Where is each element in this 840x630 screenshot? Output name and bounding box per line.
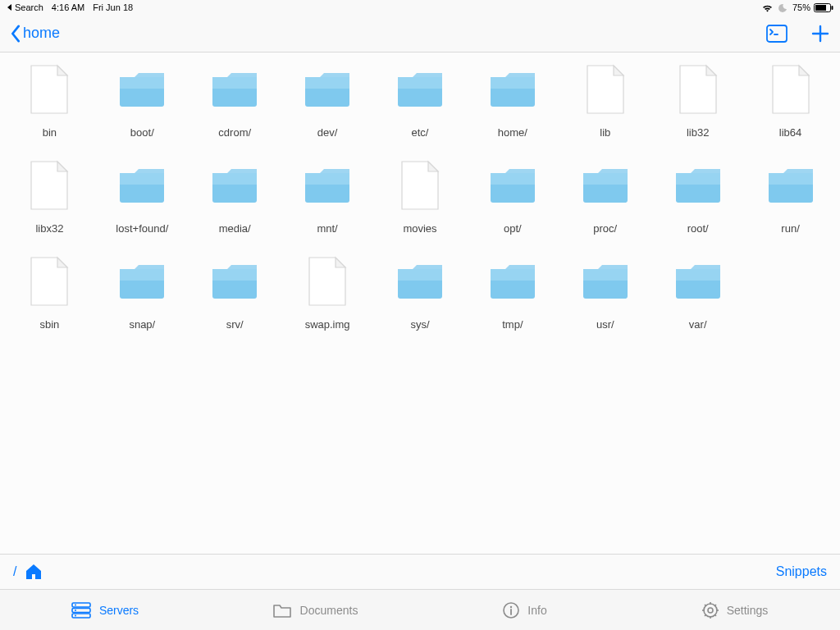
- file-label: lost+found/: [116, 222, 168, 235]
- status-bar: Search 4:16 AM Fri Jun 18 75%: [0, 0, 840, 15]
- svg-rect-3: [767, 25, 787, 42]
- svg-rect-26: [583, 173, 628, 185]
- battery-indicator: 75%: [792, 2, 833, 12]
- file-label: proc/: [593, 222, 617, 235]
- nav-back-label: home: [23, 25, 60, 42]
- folder-icon: [301, 157, 354, 214]
- breadcrumb-root[interactable]: /: [13, 564, 16, 579]
- svg-rect-38: [491, 269, 535, 281]
- info-icon: [503, 602, 519, 619]
- file-label: root/: [687, 222, 709, 235]
- svg-rect-24: [491, 173, 535, 185]
- file-label: cdrom/: [218, 126, 251, 139]
- folder-item[interactable]: run/: [744, 157, 837, 235]
- folder-item[interactable]: tmp/: [466, 253, 559, 331]
- folder-item[interactable]: root/: [651, 157, 744, 235]
- folder-icon: [486, 157, 539, 214]
- file-label: sbin: [40, 318, 60, 331]
- file-icon: [23, 157, 75, 214]
- svg-point-46: [75, 604, 76, 605]
- file-label: mnt/: [317, 222, 337, 235]
- tab-documents[interactable]: Documents: [210, 590, 420, 630]
- svg-rect-12: [305, 77, 349, 89]
- file-label: etc/: [412, 126, 429, 139]
- tab-servers[interactable]: Servers: [0, 590, 210, 630]
- svg-rect-40: [583, 269, 628, 281]
- folder-icon: [208, 61, 261, 118]
- plus-icon: [810, 24, 830, 43]
- file-item[interactable]: bin: [3, 61, 96, 139]
- folder-icon: [579, 157, 632, 214]
- folder-item[interactable]: home/: [466, 61, 559, 139]
- file-item[interactable]: movies: [374, 157, 467, 235]
- folder-item[interactable]: opt/: [466, 157, 559, 235]
- file-label: sys/: [410, 318, 429, 331]
- tab-settings-label: Settings: [727, 604, 769, 617]
- folder-icon: [208, 253, 261, 310]
- folder-item[interactable]: cdrom/: [189, 61, 281, 139]
- file-item[interactable]: swap.img: [281, 253, 374, 331]
- svg-rect-10: [212, 77, 257, 89]
- back-arrow-icon: [7, 4, 13, 11]
- file-item[interactable]: lib32: [651, 61, 744, 139]
- dnd-moon-icon: [778, 3, 788, 12]
- file-icon: [23, 253, 75, 310]
- file-label: run/: [781, 222, 799, 235]
- file-label: opt/: [504, 222, 522, 235]
- status-date: Fri Jun 18: [93, 2, 133, 12]
- tab-settings[interactable]: Settings: [630, 590, 840, 630]
- file-item[interactable]: sbin: [3, 253, 96, 331]
- file-icon: [672, 61, 724, 118]
- folder-item[interactable]: boot/: [96, 61, 189, 139]
- svg-rect-14: [398, 77, 442, 89]
- folder-icon: [394, 61, 446, 118]
- svg-rect-20: [212, 173, 257, 185]
- file-icon: [301, 253, 354, 310]
- nav-back-button[interactable]: home: [10, 25, 60, 43]
- file-label: movies: [403, 222, 436, 235]
- folder-item[interactable]: sys/: [374, 253, 467, 331]
- file-grid: binboot/cdrom/dev/etc/home/liblib32lib64…: [0, 52, 840, 331]
- folder-icon: [116, 61, 168, 118]
- folder-item[interactable]: lost+found/: [96, 157, 189, 235]
- svg-rect-16: [491, 77, 535, 89]
- folder-item[interactable]: mnt/: [281, 157, 374, 235]
- file-label: media/: [219, 222, 251, 235]
- folder-icon: [272, 602, 292, 619]
- wifi-icon: [761, 3, 774, 12]
- folder-item[interactable]: dev/: [281, 61, 374, 139]
- file-label: usr/: [596, 318, 614, 331]
- file-item[interactable]: lib: [559, 61, 651, 139]
- back-to-app-button[interactable]: Search: [7, 2, 43, 12]
- folder-icon: [301, 61, 354, 118]
- folder-item[interactable]: etc/: [374, 61, 467, 139]
- file-item[interactable]: libx32: [3, 157, 96, 235]
- folder-item[interactable]: snap/: [96, 253, 189, 331]
- terminal-button[interactable]: [766, 25, 788, 43]
- svg-rect-18: [120, 173, 164, 185]
- file-icon: [23, 61, 75, 118]
- folder-icon: [672, 157, 724, 214]
- battery-percent: 75%: [792, 2, 810, 12]
- svg-rect-28: [676, 173, 720, 185]
- folder-item[interactable]: media/: [189, 157, 281, 235]
- add-button[interactable]: [810, 24, 830, 43]
- svg-rect-1: [815, 5, 826, 11]
- chevron-left-icon: [10, 25, 21, 43]
- file-label: bin: [43, 126, 57, 139]
- svg-point-48: [75, 614, 76, 616]
- snippets-button[interactable]: Snippets: [776, 564, 827, 579]
- file-label: var/: [689, 318, 707, 331]
- breadcrumb-home-button[interactable]: [25, 564, 43, 580]
- folder-item[interactable]: usr/: [559, 253, 651, 331]
- tab-documents-label: Documents: [300, 604, 358, 617]
- folder-item[interactable]: srv/: [189, 253, 281, 331]
- file-icon: [579, 61, 632, 118]
- svg-point-50: [510, 605, 512, 607]
- tab-info[interactable]: Info: [420, 590, 630, 630]
- file-item[interactable]: lib64: [744, 61, 837, 139]
- folder-item[interactable]: proc/: [559, 157, 651, 235]
- folder-item[interactable]: var/: [651, 253, 744, 331]
- status-time: 4:16 AM: [52, 2, 84, 12]
- svg-rect-22: [305, 173, 349, 185]
